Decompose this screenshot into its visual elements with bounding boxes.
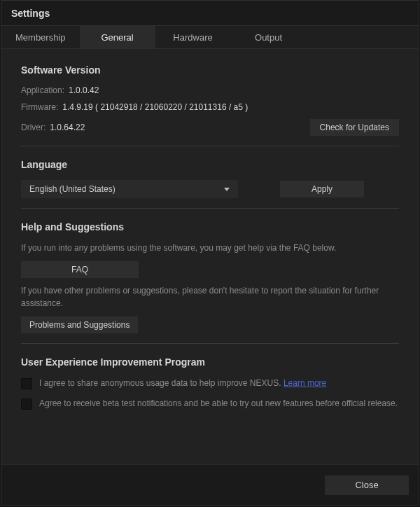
tab-bar: Membership General Hardware Output	[1, 26, 419, 49]
application-value: 1.0.0.42	[69, 85, 99, 95]
driver-label: Driver:	[21, 123, 46, 132]
footer: Close	[1, 464, 419, 505]
application-label: Application:	[21, 85, 64, 95]
check-updates-button[interactable]: Check for Updates	[310, 119, 399, 136]
apply-button[interactable]: Apply	[280, 181, 364, 197]
ux-option-1-label: I agree to share anonymous usage data to…	[39, 377, 326, 389]
language-heading: Language	[21, 159, 399, 170]
software-version-heading: Software Version	[21, 64, 399, 76]
settings-window: Settings Membership General Hardware Out…	[1, 0, 419, 506]
close-button[interactable]: Close	[325, 475, 409, 495]
general-panel: Software Version Application: 1.0.0.42 F…	[1, 49, 419, 464]
help-text-1: If you run into any problems using the s…	[21, 242, 399, 254]
learn-more-link[interactable]: Learn more	[284, 378, 326, 388]
application-row: Application: 1.0.0.42	[21, 85, 399, 95]
ux-heading: User Experience Improvement Program	[21, 356, 399, 368]
help-heading: Help and Suggestions	[21, 221, 399, 232]
titlebar: Settings	[1, 1, 419, 26]
tab-general[interactable]: General	[80, 26, 155, 48]
tab-output[interactable]: Output	[231, 26, 307, 48]
ux-option-2-checkbox[interactable]	[21, 398, 32, 410]
ux-option-1-checkbox[interactable]	[21, 378, 32, 389]
ux-option-2-row: Agree to receive beta test notifications…	[21, 398, 399, 410]
firmware-label: Firmware:	[21, 102, 58, 112]
language-selected-value: English (United States)	[29, 184, 115, 194]
divider	[21, 146, 399, 146]
tab-hardware[interactable]: Hardware	[155, 26, 231, 48]
ux-option-1-text: I agree to share anonymous usage data to…	[39, 378, 284, 388]
tab-membership[interactable]: Membership	[1, 26, 80, 48]
problems-suggestions-button[interactable]: Problems and Suggestions	[21, 317, 138, 333]
firmware-value: 1.4.9.19 ( 21042918 / 21060220 / 2101131…	[62, 102, 248, 112]
ux-option-1-row: I agree to share anonymous usage data to…	[21, 377, 399, 389]
language-select[interactable]: English (United States)	[21, 180, 238, 198]
divider	[21, 208, 399, 209]
language-row: English (United States) Apply	[21, 180, 399, 198]
chevron-down-icon	[224, 188, 230, 191]
driver-row: Driver: 1.0.64.22 Check for Updates	[21, 119, 399, 136]
help-text-2: If you have other problems or suggestion…	[21, 285, 399, 310]
divider	[21, 343, 399, 344]
window-title: Settings	[11, 8, 50, 19]
firmware-row: Firmware: 1.4.9.19 ( 21042918 / 21060220…	[21, 102, 399, 112]
driver-value: 1.0.64.22	[50, 123, 85, 132]
faq-button[interactable]: FAQ	[21, 261, 139, 278]
ux-option-2-label: Agree to receive beta test notifications…	[39, 398, 398, 410]
